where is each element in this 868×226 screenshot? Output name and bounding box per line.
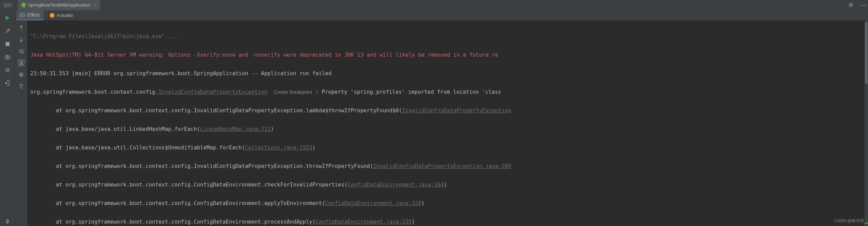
stack-frame: at org.springframework.boot.context.conf… xyxy=(30,106,868,115)
svg-rect-0 xyxy=(5,42,9,46)
play-icon xyxy=(4,15,11,21)
console-gutter xyxy=(15,21,27,226)
source-link[interactable]: Collections.java:1553 xyxy=(245,145,312,151)
scroll-up-button[interactable] xyxy=(18,24,25,32)
frame-text: at java.base/java.util.Collections$Unmod… xyxy=(30,145,245,151)
console-scrollbar[interactable] xyxy=(865,21,868,226)
tab-actuator[interactable]: Actuator xyxy=(46,10,77,20)
settings-button[interactable]: ⚙ xyxy=(846,0,856,10)
spring-boot-icon xyxy=(21,3,26,8)
console-line-error: 23:50:31.553 [main] ERROR org.springfram… xyxy=(30,69,868,78)
console-pane: 控制台 Actuator xyxy=(15,10,868,226)
arrow-up-icon xyxy=(19,25,24,31)
exit-icon xyxy=(4,80,11,86)
arrow-down-icon xyxy=(19,37,24,42)
actuator-icon xyxy=(50,13,55,18)
frame-text: at java.base/java.util.LinkedHashMap.for… xyxy=(30,126,200,132)
svg-point-2 xyxy=(7,57,8,58)
bug-gear-icon xyxy=(4,67,11,73)
clear-all-button[interactable] xyxy=(18,82,25,90)
scroll-to-end-icon xyxy=(19,60,24,66)
soft-wrap-button[interactable] xyxy=(18,47,25,55)
print-button[interactable] xyxy=(18,71,25,78)
frame-text: at org.springframework.boot.context.conf… xyxy=(30,163,373,169)
run-config-tabbar: 运行: SpringBootTestBilBilApplication × ⚙ … xyxy=(0,0,868,10)
frame-text: ) xyxy=(421,200,425,206)
scroll-to-end-button[interactable] xyxy=(18,59,25,67)
minimize-icon: — xyxy=(860,2,866,8)
pin-icon xyxy=(4,219,11,225)
source-link[interactable]: LinkedHashMap.java:721 xyxy=(200,126,271,132)
svg-rect-7 xyxy=(20,73,22,74)
console-tab-icon xyxy=(20,13,25,18)
frame-text: ) xyxy=(412,219,415,225)
stack-frame: at org.springframework.boot.context.conf… xyxy=(30,217,868,226)
camera-icon xyxy=(4,54,11,60)
frame-text: at org.springframework.boot.context.conf… xyxy=(30,219,316,225)
run-config-tab[interactable]: SpringBootTestBilBilApplication × xyxy=(18,0,101,10)
trash-icon xyxy=(19,83,24,89)
console-row: "C:\Program Files\Java\jdk17\bin\java.ex… xyxy=(15,21,868,226)
source-link[interactable]: InvalidConfigDataPropertyException xyxy=(402,108,511,114)
scrollbar-thumb[interactable] xyxy=(865,22,868,84)
analyze-button[interactable] xyxy=(3,66,12,74)
stop-icon xyxy=(4,41,11,47)
frame-text: at org.springframework.boot.context.conf… xyxy=(30,200,325,206)
frame-text: ) xyxy=(444,182,447,188)
exception-prefix: org.springframework.boot.context.config. xyxy=(30,89,158,95)
scroll-down-button[interactable] xyxy=(18,36,25,43)
scrollbar-marker xyxy=(865,223,868,224)
gear-icon: ⚙ xyxy=(848,2,853,8)
stack-frame: at org.springframework.boot.context.conf… xyxy=(30,180,868,190)
rerun-button[interactable] xyxy=(3,14,12,22)
run-config-name: SpringBootTestBilBilApplication xyxy=(28,2,90,8)
console-tabstrip: 控制台 Actuator xyxy=(15,10,868,21)
source-link[interactable]: InvalidConfigDataPropertyException.java:… xyxy=(373,163,511,169)
soft-wrap-icon xyxy=(19,48,24,54)
stack-frame: at java.base/java.util.Collections$Unmod… xyxy=(30,143,868,152)
tab-console-label: 控制台 xyxy=(27,12,40,18)
stack-frame: at java.base/java.util.LinkedHashMap.for… xyxy=(30,125,868,134)
exception-class-link[interactable]: InvalidConfigDataPropertyException xyxy=(158,89,267,95)
run-label: 运行: xyxy=(3,2,14,8)
tab-actuator-label: Actuator xyxy=(57,13,73,18)
stop-button[interactable] xyxy=(3,40,12,48)
console-output[interactable]: "C:\Program Files\Java\jdk17\bin\java.ex… xyxy=(27,21,868,226)
pin-button[interactable] xyxy=(3,218,12,226)
exception-msg: : Property 'spring.profiles' imported fr… xyxy=(312,89,501,95)
console-line-warning: Java HotSpot(TM) 64-Bit Server VM warnin… xyxy=(30,50,868,60)
hide-panel-button[interactable]: — xyxy=(858,0,868,10)
svg-rect-3 xyxy=(6,55,8,56)
stack-frame: at org.springframework.boot.context.conf… xyxy=(30,162,868,171)
main-area: 控制台 Actuator xyxy=(0,10,868,226)
wrench-button[interactable] xyxy=(3,27,12,35)
source-link[interactable]: ConfigDataEnvironment.java:328 xyxy=(325,200,421,206)
source-link[interactable]: ConfigDataEnvironment.java:364 xyxy=(348,182,444,188)
run-toolbar xyxy=(0,10,15,226)
frame-text: at org.springframework.boot.context.conf… xyxy=(30,108,402,114)
console-line-exception: org.springframework.boot.context.config.… xyxy=(30,88,868,97)
dump-threads-button[interactable] xyxy=(3,53,12,61)
svg-point-4 xyxy=(6,69,9,71)
source-link[interactable]: ConfigDataEnvironment.java:235 xyxy=(316,219,412,225)
printer-icon xyxy=(19,72,24,77)
console-line: "C:\Program Files\Java\jdk17\bin\java.ex… xyxy=(30,32,868,41)
exit-button[interactable] xyxy=(3,79,12,87)
wrench-icon xyxy=(4,28,11,34)
stack-frame: at org.springframework.boot.context.conf… xyxy=(30,199,868,208)
frame-text: at org.springframework.boot.context.conf… xyxy=(30,182,348,188)
watermark: CSDN @林月明 xyxy=(834,218,864,224)
frame-text: ) xyxy=(271,126,274,132)
tab-console[interactable]: 控制台 xyxy=(16,10,44,20)
frame-text: ) xyxy=(312,145,315,151)
close-tab-icon[interactable]: × xyxy=(94,2,97,8)
create-breakpoint-hint[interactable]: Create breakpoint xyxy=(274,89,312,95)
